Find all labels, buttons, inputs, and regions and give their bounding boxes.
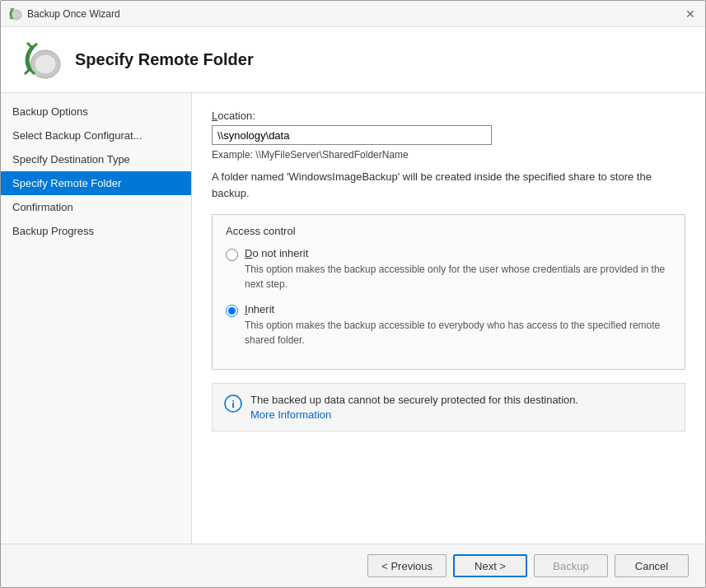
sidebar-item-confirmation[interactable]: Confirmation (1, 195, 191, 219)
do-not-inherit-desc: This option makes the backup accessible … (245, 262, 671, 292)
window-title: Backup Once Wizard (27, 8, 120, 20)
info-icon: i (224, 394, 242, 413)
warning-box: i The backed up data cannot be securely … (212, 383, 685, 432)
do-not-inherit-option: Do not inherit This option makes the bac… (226, 247, 671, 292)
svg-text:i: i (231, 398, 235, 410)
sidebar-item-backup-options[interactable]: Backup Options (1, 100, 191, 124)
sidebar-item-backup-progress[interactable]: Backup Progress (1, 219, 191, 243)
location-label: Location: (212, 110, 685, 122)
titlebar: Backup Once Wizard ✕ (1, 1, 705, 27)
inherit-option: Inherit This option makes the backup acc… (226, 303, 671, 348)
example-text: Example: \\MyFileServer\SharedFolderName (212, 149, 685, 161)
sidebar-item-specify-remote-folder[interactable]: Specify Remote Folder (1, 171, 191, 195)
close-button[interactable]: ✕ (682, 6, 699, 22)
previous-button[interactable]: < Previous (367, 554, 447, 577)
sidebar-item-specify-destination-type[interactable]: Specify Destination Type (1, 147, 191, 171)
access-control-box: Access control Do not inherit This optio… (212, 214, 685, 370)
location-input[interactable] (212, 125, 492, 145)
warning-text: The backed up data cannot be securely pr… (250, 394, 578, 406)
app-icon (7, 7, 22, 21)
sidebar-item-select-backup-config[interactable]: Select Backup Configurat... (1, 124, 191, 147)
access-control-label: Access control (226, 225, 671, 237)
do-not-inherit-content: Do not inherit This option makes the bac… (245, 247, 671, 292)
next-button[interactable]: Next > (453, 554, 527, 577)
info-text: A folder named 'WindowsImageBackup' will… (212, 169, 685, 201)
wizard-window: Backup Once Wizard ✕ Specify Remote Fold… (0, 0, 706, 588)
do-not-inherit-radio[interactable] (226, 249, 238, 261)
page-title: Specify Remote Folder (75, 50, 254, 69)
inherit-content: Inherit This option makes the backup acc… (245, 303, 671, 348)
more-information-link[interactable]: More Information (250, 408, 578, 421)
inherit-desc: This option makes the backup accessible … (245, 318, 671, 348)
body-section: Backup Options Select Backup Configurat.… (1, 93, 705, 544)
backup-button[interactable]: Backup (534, 554, 608, 577)
inherit-label[interactable]: Inherit (245, 303, 274, 315)
footer: < Previous Next > Backup Cancel (1, 544, 705, 587)
inherit-radio[interactable] (226, 305, 238, 317)
cancel-button[interactable]: Cancel (615, 554, 689, 577)
warning-text-block: The backed up data cannot be securely pr… (250, 394, 578, 421)
svg-point-2 (35, 54, 56, 74)
wizard-header: Specify Remote Folder (1, 27, 705, 93)
main-content: Location: Example: \\MyFileServer\Shared… (192, 93, 705, 544)
sidebar: Backup Options Select Backup Configurat.… (1, 93, 192, 544)
titlebar-left: Backup Once Wizard (7, 7, 120, 21)
wizard-header-icon (17, 38, 62, 82)
do-not-inherit-label[interactable]: Do not inherit (245, 247, 308, 259)
